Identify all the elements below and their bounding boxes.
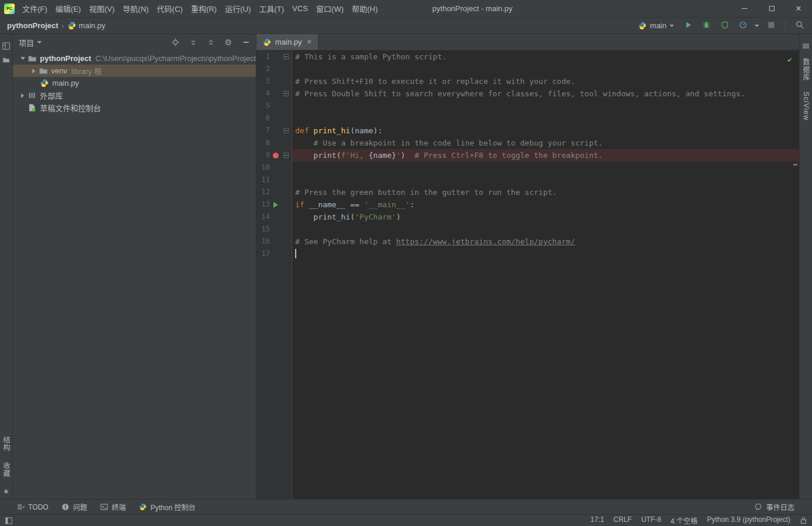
code-line[interactable]: 15	[256, 223, 799, 235]
menu-edit[interactable]: 编辑(E)	[52, 0, 85, 17]
code-line-text[interactable]: def print_hi(name):	[292, 124, 799, 137]
tree-row[interactable]: 外部库	[13, 89, 256, 102]
tool-button-problems[interactable]: 问题	[61, 502, 87, 512]
code-line[interactable]: 14 print_hi('PyCharm')	[256, 211, 799, 223]
settings-gear-icon[interactable]: ⚙	[223, 37, 234, 48]
error-stripe-mark[interactable]	[793, 164, 797, 166]
collapse-all-icon[interactable]	[205, 37, 216, 48]
lock-icon[interactable]	[800, 517, 807, 525]
menu-run[interactable]: 运行(U)	[221, 0, 255, 17]
code-line-text[interactable]	[292, 161, 799, 174]
code-line[interactable]: 12# Press the green button in the gutter…	[256, 186, 799, 198]
fold-icon[interactable]	[281, 153, 290, 158]
code-line[interactable]: 17	[256, 248, 799, 260]
folder-tool-icon[interactable]	[2, 56, 11, 64]
inspection-ok-icon[interactable]: ✔	[787, 55, 792, 64]
status-indent[interactable]: 4 个空格	[671, 515, 698, 525]
code-line-text[interactable]	[292, 63, 799, 75]
menu-code[interactable]: 代码(C)	[153, 0, 187, 17]
close-button[interactable]: ✕	[785, 0, 812, 17]
tree-row[interactable]: pythonProjectC:\Users\pucqx\PycharmProje…	[13, 52, 256, 65]
menu-window[interactable]: 窗口(W)	[312, 0, 348, 17]
chevron-right-icon[interactable]	[18, 93, 28, 98]
debug-button[interactable]	[700, 19, 713, 32]
code-line-text[interactable]	[292, 100, 799, 112]
code-editor[interactable]: 1# This is a sample Python script.23# Pr…	[256, 50, 799, 499]
code-line-text[interactable]	[292, 248, 799, 260]
code-line[interactable]: 9 print(f'Hi, {name}') # Press Ctrl+F8 t…	[256, 149, 799, 161]
code-line-text[interactable]: # See PyCharm help at https://www.jetbra…	[292, 235, 799, 248]
more-run-actions-chevron-icon[interactable]	[755, 25, 759, 27]
tool-button-python-console[interactable]: Python 控制台	[138, 502, 195, 512]
tool-stripe-favorites[interactable]: 收藏	[1, 462, 11, 477]
coverage-button[interactable]	[718, 19, 731, 32]
tree-row[interactable]: venvlibrary 根	[13, 65, 256, 77]
tool-stripe-database[interactable]: 数据库	[801, 58, 811, 81]
code-line-text[interactable]: # Use a breakpoint in the code line belo…	[292, 137, 799, 149]
menu-help[interactable]: 帮助(H)	[348, 0, 382, 17]
status-interpreter[interactable]: Python 3.9 (pythonProject)	[707, 515, 790, 525]
chevron-down-icon[interactable]	[18, 57, 28, 60]
code-line[interactable]: 7def print_hi(name):	[256, 124, 799, 137]
toolwindow-switcher-icon[interactable]	[5, 517, 12, 524]
status-line-separator[interactable]: CRLF	[614, 515, 632, 525]
close-tab-icon[interactable]: ✕	[307, 38, 312, 46]
profiler-button[interactable]	[736, 19, 749, 32]
code-line[interactable]: 5	[256, 100, 799, 112]
code-line-text[interactable]: print_hi('PyCharm')	[292, 211, 799, 223]
breadcrumb-project[interactable]: pythonProject	[7, 21, 58, 30]
star-icon[interactable]: ★	[3, 487, 9, 495]
code-line-text[interactable]: if __name__ == '__main__':	[292, 198, 799, 211]
menu-view[interactable]: 视图(V)	[85, 0, 119, 17]
tool-button-terminal[interactable]: 终端	[100, 502, 126, 512]
code-line-text[interactable]: # Press Double Shift to search everywher…	[292, 87, 799, 100]
project-view-chevron-icon[interactable]	[37, 41, 42, 43]
tree-row[interactable]: main.py	[13, 77, 256, 89]
run-config-selector[interactable]: main	[635, 20, 676, 32]
locate-file-icon[interactable]	[170, 37, 181, 48]
run-gutter-icon[interactable]	[270, 202, 281, 208]
minimize-button[interactable]	[731, 0, 758, 17]
code-line-text[interactable]: # Press Shift+F10 to execute it or repla…	[292, 75, 799, 87]
breadcrumb-file[interactable]: main.py	[79, 21, 106, 30]
code-line[interactable]: 1# This is a sample Python script.	[256, 50, 799, 63]
code-line-text[interactable]: print(f'Hi, {name}') # Press Ctrl+F8 to …	[292, 149, 799, 161]
status-caret-position[interactable]: 17:1	[590, 515, 604, 525]
search-everywhere-button[interactable]	[793, 19, 806, 32]
code-line[interactable]: 16# See PyCharm help at https://www.jetb…	[256, 235, 799, 248]
status-encoding[interactable]: UTF-8	[641, 515, 661, 525]
chevron-right-icon[interactable]	[29, 69, 39, 73]
code-line[interactable]: 13if __name__ == '__main__':	[256, 198, 799, 211]
fold-icon[interactable]	[281, 128, 290, 133]
tab-main-py[interactable]: main.py ✕	[256, 34, 319, 50]
code-line-text[interactable]	[292, 112, 799, 124]
code-line[interactable]: 11	[256, 174, 799, 186]
layers-icon[interactable]	[802, 42, 810, 50]
project-tool-icon[interactable]	[2, 42, 11, 50]
menu-navigate[interactable]: 导航(N)	[119, 0, 153, 17]
code-line[interactable]: 4# Press Double Shift to search everywhe…	[256, 87, 799, 100]
maximize-button[interactable]	[758, 0, 785, 17]
tool-button-todo[interactable]: TODO	[16, 502, 48, 512]
hide-panel-icon[interactable]	[241, 37, 251, 48]
run-button[interactable]	[682, 19, 695, 32]
code-line-text[interactable]	[292, 223, 799, 235]
expand-all-icon[interactable]	[188, 37, 198, 48]
breakpoint-icon[interactable]	[270, 153, 281, 159]
code-line[interactable]: 3# Press Shift+F10 to execute it or repl…	[256, 75, 799, 87]
code-line-text[interactable]: # Press the green button in the gutter t…	[292, 186, 799, 198]
code-line-text[interactable]: # This is a sample Python script.	[292, 50, 799, 63]
project-panel-title[interactable]: 项目	[19, 37, 34, 48]
menu-vcs[interactable]: VCS	[288, 0, 312, 17]
fold-icon[interactable]	[281, 91, 290, 96]
code-line[interactable]: 6	[256, 112, 799, 124]
tool-stripe-structure[interactable]: 结构	[1, 436, 11, 451]
code-line[interactable]: 8 # Use a breakpoint in the code line be…	[256, 137, 799, 149]
tool-button-event-log[interactable]: 事件日志	[755, 502, 794, 512]
code-line[interactable]: 10	[256, 161, 799, 174]
fold-icon[interactable]	[281, 54, 290, 59]
menu-refactor[interactable]: 重构(R)	[187, 0, 221, 17]
tree-row[interactable]: 草稿文件和控制台	[13, 102, 256, 114]
menu-file[interactable]: 文件(F)	[18, 0, 52, 17]
menu-tools[interactable]: 工具(T)	[255, 0, 288, 17]
